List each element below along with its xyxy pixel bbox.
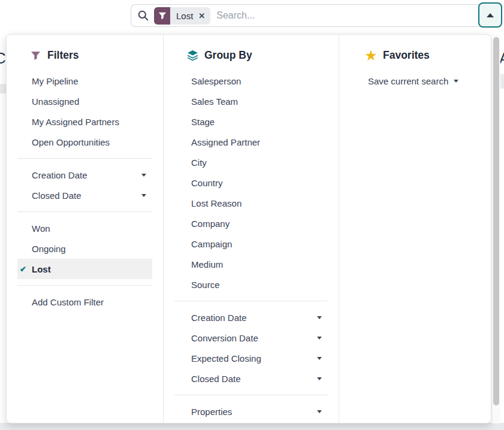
item-label: Save current search: [368, 76, 448, 86]
facet-remove-icon[interactable]: ✕: [198, 12, 205, 20]
divider: [17, 211, 152, 212]
item-label: Creation Date: [32, 170, 87, 180]
groupby-item-expected-closing[interactable]: Expected Closing: [174, 348, 328, 368]
funnel-icon: [154, 7, 170, 25]
background-band-left: [0, 84, 6, 93]
divider: [17, 158, 152, 159]
caret-down-icon: [317, 357, 322, 360]
search-options-toggle-button[interactable]: [478, 2, 502, 28]
search-input[interactable]: [216, 10, 476, 21]
group-by-column: Group By Salesperson Sales Team Stage As…: [164, 35, 339, 423]
divider: [174, 301, 328, 301]
filter-item-closed-date[interactable]: Closed Date: [17, 185, 152, 205]
search-options-dropdown: Filters My Pipeline Unassigned My Assign…: [6, 34, 491, 423]
caret-down-icon: [317, 377, 322, 380]
caret-down-icon: [141, 194, 146, 197]
filter-item-my-pipeline[interactable]: My Pipeline: [17, 71, 152, 91]
caret-down-icon: [317, 410, 322, 413]
funnel-icon: [29, 50, 41, 60]
item-label: Lost: [32, 264, 51, 274]
groupby-item-country[interactable]: Country: [174, 172, 328, 193]
groupby-item-conversion-date[interactable]: Conversion Date: [174, 328, 328, 348]
groupby-item-lost-reason[interactable]: Lost Reason: [174, 193, 328, 213]
item-label: Conversion Date: [191, 333, 258, 343]
filters-column: Filters My Pipeline Unassigned My Assign…: [7, 35, 164, 423]
groupby-item-medium[interactable]: Medium: [174, 254, 328, 274]
favorites-title: Favorites: [383, 49, 430, 62]
filter-item-lost[interactable]: ✔ Lost: [17, 259, 152, 279]
favorites-column: ★ Favorites Save current search: [339, 35, 491, 423]
scrollbar-track[interactable]: [493, 35, 500, 423]
divider: [174, 395, 328, 395]
check-icon: ✔: [20, 265, 26, 274]
item-label: Properties: [191, 407, 232, 417]
caret-down-icon: [317, 337, 322, 340]
groupby-item-stage[interactable]: Stage: [174, 111, 328, 132]
favorites-item-save-current-search[interactable]: Save current search: [354, 71, 480, 91]
group-by-title: Group By: [204, 49, 252, 62]
filters-menu: My Pipeline Unassigned My Assigned Partn…: [17, 71, 152, 312]
filters-header: Filters: [17, 48, 152, 62]
caret-down-icon: [317, 316, 322, 319]
filter-item-open-opportunities[interactable]: Open Opportunities: [17, 132, 152, 152]
facet-label: Lost: [176, 11, 193, 21]
caret-down-icon: [454, 80, 458, 83]
groupby-item-company[interactable]: Company: [174, 213, 328, 234]
groupby-item-sales-team[interactable]: Sales Team: [174, 91, 328, 111]
item-label: Closed Date: [191, 374, 241, 384]
background-text-fragment-left: C: [0, 49, 6, 68]
search-facet-lost: Lost ✕: [154, 7, 210, 25]
groupby-item-source[interactable]: Source: [174, 274, 328, 295]
caret-up-icon: [487, 13, 494, 17]
filter-item-creation-date[interactable]: Creation Date: [17, 165, 152, 185]
filter-item-unassigned[interactable]: Unassigned: [17, 91, 152, 111]
layers-icon: [186, 50, 198, 61]
groupby-item-creation-date[interactable]: Creation Date: [174, 307, 328, 328]
caret-down-icon: [141, 174, 146, 177]
page-background-strip: [0, 423, 504, 430]
favorites-menu: Save current search: [354, 71, 480, 91]
star-icon: ★: [365, 49, 377, 62]
filter-item-ongoing[interactable]: Ongoing: [17, 238, 152, 259]
groupby-item-salesperson[interactable]: Salesperson: [174, 71, 328, 91]
item-label: Creation Date: [191, 313, 247, 323]
favorites-header: ★ Favorites: [354, 48, 480, 62]
groupby-item-campaign[interactable]: Campaign: [174, 234, 328, 254]
scrollbar-thumb[interactable]: [493, 37, 499, 405]
filter-item-add-custom-filter[interactable]: Add Custom Filter: [17, 292, 152, 312]
search-icon: [137, 10, 149, 22]
filter-item-my-assigned-partners[interactable]: My Assigned Partners: [17, 111, 152, 132]
groupby-item-properties[interactable]: Properties: [174, 401, 328, 422]
groupby-item-closed-date[interactable]: Closed Date: [174, 368, 328, 389]
background-band-right: [500, 74, 504, 89]
search-bar: Lost ✕: [131, 4, 479, 27]
item-label: Expected Closing: [191, 353, 261, 364]
groupby-item-city[interactable]: City: [174, 152, 328, 172]
item-label: Closed Date: [32, 190, 82, 201]
group-by-menu: Salesperson Sales Team Stage Assigned Pa…: [174, 71, 328, 422]
groupby-item-assigned-partner[interactable]: Assigned Partner: [174, 132, 328, 152]
group-by-header: Group By: [174, 48, 328, 62]
filters-title: Filters: [47, 49, 79, 62]
filter-item-won[interactable]: Won: [17, 218, 152, 238]
divider: [17, 285, 152, 286]
